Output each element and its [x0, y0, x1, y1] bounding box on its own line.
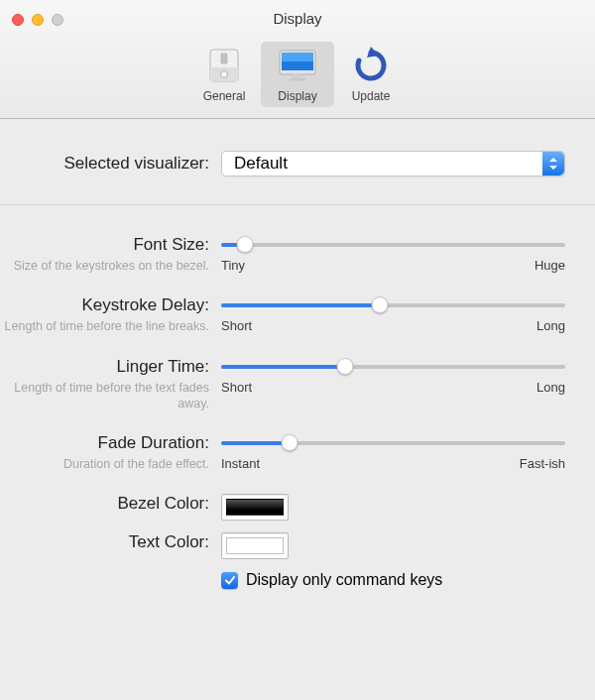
svg-point-3 [221, 71, 228, 78]
bezel-color-label: Bezel Color: [0, 494, 209, 514]
font-size-label: Font Size: [0, 235, 209, 255]
linger-time-slider[interactable] [221, 357, 565, 377]
svg-rect-6 [282, 53, 313, 61]
svg-marker-11 [549, 166, 557, 170]
text-color-row: Text Color: [0, 532, 565, 559]
text-color-well[interactable] [221, 532, 289, 559]
tab-general-label: General [203, 89, 246, 103]
keystroke-delay-slider[interactable] [221, 295, 565, 315]
titlebar: Display General [0, 0, 595, 119]
font-size-slider[interactable] [221, 235, 565, 255]
tab-update[interactable]: Update [334, 42, 408, 107]
display-only-cmd-row: Display only command keys [0, 571, 565, 589]
visualizer-selected-value: Default [234, 154, 288, 174]
tab-display[interactable]: Display [261, 42, 334, 107]
linger-time-sublabel: Length of time before the text fades awa… [0, 380, 209, 412]
bezel-color-swatch [226, 499, 284, 516]
svg-rect-8 [290, 78, 305, 81]
window-title: Display [0, 10, 595, 27]
keystroke-delay-label: Keystroke Delay: [0, 295, 209, 315]
slider-panel-icon [202, 46, 246, 85]
keystroke-delay-sublabel: Length of time before the line breaks. [0, 318, 209, 334]
font-size-max: Huge [535, 258, 565, 273]
bezel-color-well[interactable] [221, 494, 289, 521]
text-color-swatch [226, 537, 284, 554]
svg-rect-2 [221, 54, 227, 63]
fade-duration-label: Fade Duration: [0, 433, 209, 453]
monitor-icon [276, 46, 319, 85]
visualizer-section: Selected visualizer: Default [0, 119, 595, 205]
refresh-icon [349, 46, 393, 85]
keystroke-delay-max: Long [536, 318, 565, 333]
linger-time-label: Linger Time: [0, 357, 209, 377]
fade-duration-max: Fast-ish [520, 456, 565, 471]
linger-time-max: Long [536, 380, 565, 395]
linger-time-row: Linger Time: Length of time before the t… [0, 357, 565, 412]
svg-marker-10 [549, 158, 557, 162]
font-size-min: Tiny [221, 258, 245, 273]
visualizer-label: Selected visualizer: [0, 154, 221, 174]
visualizer-select[interactable]: Default [221, 151, 565, 176]
settings-content: Font Size: Size of the keystrokes on the… [0, 205, 595, 589]
fade-duration-min: Instant [221, 456, 260, 471]
keystroke-delay-min: Short [221, 318, 252, 333]
tab-update-label: Update [352, 89, 391, 103]
keystroke-delay-row: Keystroke Delay: Length of time before t… [0, 295, 565, 334]
fade-duration-sublabel: Duration of the fade effect. [0, 456, 209, 472]
tab-display-label: Display [278, 89, 316, 103]
bezel-color-row: Bezel Color: [0, 494, 565, 521]
font-size-sublabel: Size of the keystrokes on the bezel. [0, 258, 209, 274]
tab-general[interactable]: General [187, 42, 261, 107]
linger-time-min: Short [221, 380, 252, 395]
fade-duration-slider[interactable] [221, 433, 565, 453]
font-size-row: Font Size: Size of the keystrokes on the… [0, 235, 565, 274]
fade-duration-row: Fade Duration: Duration of the fade effe… [0, 433, 565, 472]
svg-rect-7 [293, 74, 302, 78]
display-only-cmd-checkbox[interactable] [221, 572, 238, 589]
display-only-cmd-label: Display only command keys [246, 571, 442, 589]
check-icon [224, 574, 236, 586]
text-color-label: Text Color: [0, 532, 209, 552]
toolbar: General Display Update [0, 42, 595, 107]
select-arrows-icon [542, 152, 564, 175]
